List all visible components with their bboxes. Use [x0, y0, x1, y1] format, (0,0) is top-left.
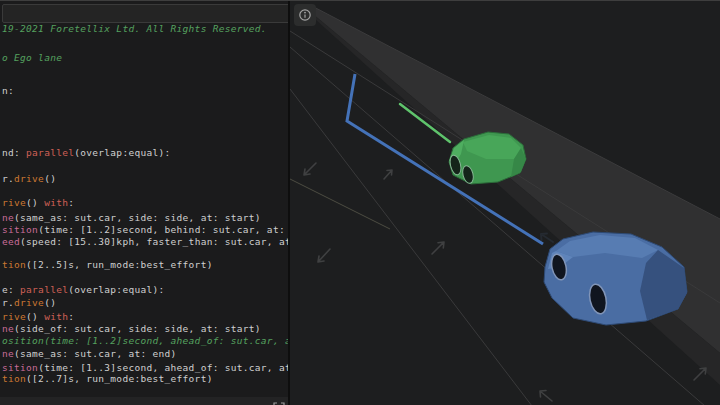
blue-car-heading-arrow — [541, 234, 553, 243]
code-token: () — [44, 297, 56, 308]
code-token: ne — [2, 323, 14, 334]
code-line: nd: parallel(overlap:equal): — [2, 147, 171, 158]
code-token: ne — [2, 348, 14, 359]
code-line: eed(speed: [15..30]kph, faster_than: sut… — [2, 236, 290, 247]
code-token: with — [44, 197, 68, 208]
code-token: osition(time: [1..2]second, ahead_of: su… — [2, 335, 290, 346]
code-line: ne(same_as: sut.car, at: end) — [2, 348, 177, 359]
code-token: 19-2021 Foretellix Ltd. All Rights Reser… — [2, 23, 267, 34]
code-token: (speed: [15..30]kph, faster_than: sut.ca… — [20, 236, 290, 247]
code-line: n: — [2, 85, 14, 96]
code-line: ne(side_of: sut.car, side: side, at: sta… — [2, 323, 261, 334]
road-scene — [290, 1, 720, 405]
code-token: rive — [2, 311, 26, 322]
code-token: (overlap:equal): — [74, 147, 170, 158]
code-token: tion — [2, 259, 26, 270]
code-token: n: — [2, 85, 14, 96]
code-line: r.drive() — [2, 297, 56, 308]
code-token: nd: — [2, 147, 26, 158]
code-token: o Ego lane — [2, 52, 62, 63]
code-token: ([2..7]s, run_mode:best_effort) — [26, 373, 213, 384]
code-token: (overlap:equal): — [68, 284, 164, 295]
code-token: with — [44, 311, 68, 322]
code-line: rive() with: — [2, 197, 74, 208]
code-line: e: parallel(overlap:equal): — [2, 284, 165, 295]
code-token: (time: [1..2]second, behind: sut.car, at… — [38, 224, 290, 235]
application-window: 19-2021 Foretellix Ltd. All Rights Reser… — [0, 0, 720, 405]
code-token: eed — [2, 236, 20, 247]
code-line: sition(time: [1..2]second, behind: sut.c… — [2, 224, 290, 235]
code-line: 19-2021 Foretellix Ltd. All Rights Reser… — [2, 23, 267, 34]
code-token: r. — [2, 173, 14, 184]
code-token: : — [68, 311, 74, 322]
code-line: rive() with: — [2, 311, 74, 322]
editor-footer — [0, 397, 288, 405]
code-token: (same_as: sut.car, side: side, at: start… — [14, 212, 261, 223]
code-token: () — [26, 197, 44, 208]
code-line: o Ego lane — [2, 52, 62, 63]
code-token: : — [68, 197, 74, 208]
code-token: (same_as: sut.car, at: end) — [14, 348, 177, 359]
code-line: tion([2..5]s, run_mode:best_effort) — [2, 259, 213, 270]
code-token: parallel — [20, 284, 68, 295]
info-icon — [298, 8, 312, 22]
3d-viewport[interactable] — [290, 1, 720, 405]
code-token: r. — [2, 297, 14, 308]
code-line: sition(time: [1..3]second, ahead_of: sut… — [2, 362, 290, 373]
code-token: rive — [2, 197, 26, 208]
code-token: ne — [2, 212, 14, 223]
code-token: () — [26, 311, 44, 322]
scenario-code-area[interactable]: 19-2021 Foretellix Ltd. All Rights Reser… — [0, 1, 288, 405]
code-token: ([2..5]s, run_mode:best_effort) — [26, 259, 213, 270]
code-token: drive — [14, 297, 44, 308]
pale-edge-line — [290, 179, 390, 229]
code-token: e: — [2, 284, 20, 295]
code-line: r.drive() — [2, 173, 56, 184]
scenario-editor-panel: 19-2021 Foretellix Ltd. All Rights Reser… — [0, 1, 290, 405]
code-token: sition — [2, 224, 38, 235]
code-line: tion([2..7]s, run_mode:best_effort) — [2, 373, 213, 384]
code-token: tion — [2, 373, 26, 384]
code-line: ne(same_as: sut.car, side: side, at: sta… — [2, 212, 261, 223]
code-token: (time: [1..3]second, ahead_of: sut.car, … — [38, 362, 290, 373]
expand-icon[interactable] — [273, 399, 285, 405]
code-token: sition — [2, 362, 38, 373]
code-token: () — [44, 173, 56, 184]
info-button[interactable] — [294, 4, 316, 26]
code-token: (side_of: sut.car, side: side, at: start… — [14, 323, 261, 334]
code-token: parallel — [26, 147, 74, 158]
code-token: drive — [14, 173, 44, 184]
code-line: osition(time: [1..2]second, ahead_of: su… — [2, 335, 290, 346]
